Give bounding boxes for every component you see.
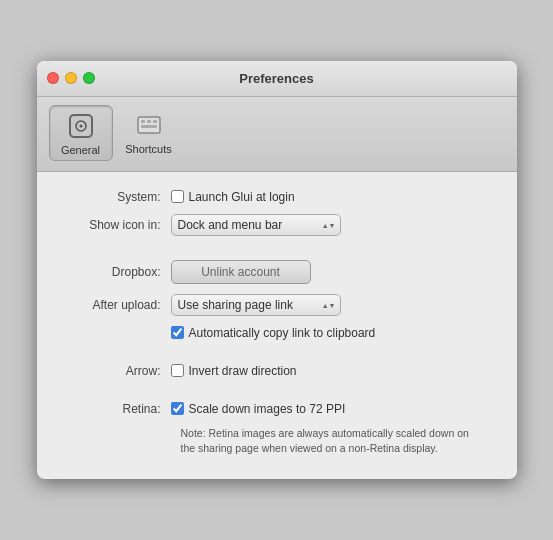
after-upload-select-wrapper: Use sharing page link Use direct link No… bbox=[171, 294, 341, 316]
divider-2 bbox=[61, 350, 493, 364]
after-upload-label: After upload: bbox=[61, 298, 171, 312]
unlink-account-button[interactable]: Unlink account bbox=[171, 260, 311, 284]
system-content: Launch Glui at login bbox=[171, 190, 295, 204]
svg-rect-5 bbox=[147, 120, 151, 123]
shortcuts-icon bbox=[133, 109, 165, 141]
arrow-label: Arrow: bbox=[61, 364, 171, 378]
invert-draw-text: Invert draw direction bbox=[189, 364, 297, 378]
content-area: System: Launch Glui at login Show icon i… bbox=[37, 172, 517, 479]
system-label: System: bbox=[61, 190, 171, 204]
tab-general[interactable]: General bbox=[49, 105, 113, 161]
dropbox-label: Dropbox: bbox=[61, 265, 171, 279]
after-upload-content: Use sharing page link Use direct link No… bbox=[171, 294, 341, 316]
general-icon bbox=[65, 110, 97, 142]
launch-at-login-checkbox[interactable] bbox=[171, 190, 184, 203]
dropbox-row: Dropbox: Unlink account bbox=[61, 260, 493, 284]
tab-shortcuts[interactable]: Shortcuts bbox=[117, 105, 181, 161]
arrow-content: Invert draw direction bbox=[171, 364, 297, 378]
svg-rect-6 bbox=[153, 120, 157, 123]
svg-rect-7 bbox=[141, 125, 157, 128]
svg-rect-4 bbox=[141, 120, 145, 123]
divider-1 bbox=[61, 246, 493, 260]
auto-copy-checkbox[interactable] bbox=[171, 326, 184, 339]
retina-label: Retina: bbox=[61, 402, 171, 416]
close-button[interactable] bbox=[47, 72, 59, 84]
traffic-lights bbox=[47, 72, 95, 84]
maximize-button[interactable] bbox=[83, 72, 95, 84]
invert-draw-checkbox[interactable] bbox=[171, 364, 184, 377]
titlebar: Preferences bbox=[37, 61, 517, 97]
tab-shortcuts-label: Shortcuts bbox=[125, 143, 171, 155]
divider-3 bbox=[61, 388, 493, 402]
system-row: System: Launch Glui at login bbox=[61, 190, 493, 204]
window-title: Preferences bbox=[239, 71, 313, 86]
auto-copy-content: Automatically copy link to clipboard bbox=[171, 326, 376, 340]
retina-content: Scale down images to 72 PPI bbox=[171, 402, 346, 416]
launch-at-login-text: Launch Glui at login bbox=[189, 190, 295, 204]
retina-row: Retina: Scale down images to 72 PPI bbox=[61, 402, 493, 416]
toolbar: General Shortcuts bbox=[37, 97, 517, 172]
launch-at-login-label[interactable]: Launch Glui at login bbox=[171, 190, 295, 204]
after-upload-select[interactable]: Use sharing page link Use direct link No… bbox=[171, 294, 341, 316]
show-icon-row: Show icon in: Dock and menu bar Menu bar… bbox=[61, 214, 493, 236]
scale-down-text: Scale down images to 72 PPI bbox=[189, 402, 346, 416]
scale-down-checkbox[interactable] bbox=[171, 402, 184, 415]
arrow-row: Arrow: Invert draw direction bbox=[61, 364, 493, 378]
svg-point-2 bbox=[79, 124, 82, 127]
dropbox-content: Unlink account bbox=[171, 260, 311, 284]
preferences-window: Preferences General bbox=[37, 61, 517, 479]
auto-copy-label[interactable]: Automatically copy link to clipboard bbox=[171, 326, 376, 340]
minimize-button[interactable] bbox=[65, 72, 77, 84]
show-icon-select[interactable]: Dock and menu bar Menu bar only Dock onl… bbox=[171, 214, 341, 236]
retina-note: Note: Retina images are always automatic… bbox=[181, 426, 481, 455]
scale-down-label[interactable]: Scale down images to 72 PPI bbox=[171, 402, 346, 416]
auto-copy-text: Automatically copy link to clipboard bbox=[189, 326, 376, 340]
show-icon-label: Show icon in: bbox=[61, 218, 171, 232]
show-icon-content: Dock and menu bar Menu bar only Dock onl… bbox=[171, 214, 341, 236]
invert-draw-label[interactable]: Invert draw direction bbox=[171, 364, 297, 378]
auto-copy-row: Automatically copy link to clipboard bbox=[61, 326, 493, 340]
tab-general-label: General bbox=[61, 144, 100, 156]
after-upload-row: After upload: Use sharing page link Use … bbox=[61, 294, 493, 316]
show-icon-select-wrapper: Dock and menu bar Menu bar only Dock onl… bbox=[171, 214, 341, 236]
